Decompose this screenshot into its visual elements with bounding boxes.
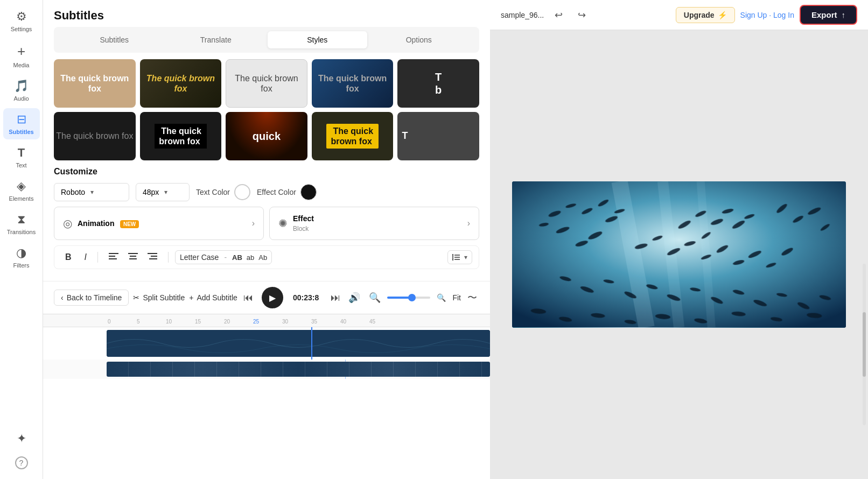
style-card-warm[interactable]: The quick brown fox [54,59,136,108]
format-row: B I Letter Case - AB ab Ab [54,245,479,269]
header-right: Upgrade ⚡ Sign Up · Log In Export ↑ [676,5,857,25]
style-card-partial-right[interactable]: T [397,112,479,160]
back-label: Back to Timeline [67,293,122,302]
style-card-black-box[interactable]: The quickbrown fox [140,112,222,160]
ruler-marks: 0 5 10 15 20 25 30 35 40 45 [107,319,490,325]
upgrade-label: Upgrade [684,11,715,19]
time-display: 00:23:8 [290,293,322,302]
video-background [512,181,846,327]
waveform-button[interactable]: 〜 [465,289,479,306]
font-chevron-icon: ▾ [90,188,94,196]
style-card-light[interactable]: The quick brown fox [226,59,307,108]
text-color-label: Text Color [196,188,230,196]
sidebar-subtitles-label: Subtitles [9,129,33,135]
undo-button[interactable]: ↩ [550,7,567,23]
back-to-timeline-button[interactable]: ‹ Back to Timeline [54,290,129,306]
font-selector[interactable]: Roboto ▾ [54,183,129,201]
zoom-out-button[interactable]: 🔍 [367,290,383,306]
add-icon: + [189,293,193,302]
size-selector[interactable]: 48px ▾ [136,183,190,201]
align-buttons [104,250,162,264]
line-height-icon [452,253,462,262]
timeline-bottom-track [43,360,490,379]
customize-controls-row: Roboto ▾ 48px ▾ Text Color Effect Color [54,183,479,201]
animation-card[interactable]: ◎ Animation NEW › [54,207,264,240]
tab-subtitles[interactable]: Subtitles [65,31,164,48]
tab-styles[interactable]: Styles [268,31,367,48]
volume-button[interactable]: 🔊 [346,290,362,306]
align-left-button[interactable] [104,250,123,264]
style-card-dark-transparent[interactable]: The quick brown fox [54,112,136,160]
align-right-button[interactable] [143,250,162,264]
sidebar-item-wand[interactable]: ✦ [3,427,40,450]
add-subtitle-button[interactable]: + Add Subtitle [189,293,237,302]
animation-new-badge: NEW [120,220,139,228]
style-card-dark-partial[interactable]: Tb [397,59,479,108]
signup-link[interactable]: Sign Up [740,11,767,19]
italic-button[interactable]: I [80,250,91,264]
track-clip[interactable] [107,330,490,357]
effect-color-swatch[interactable] [300,184,317,200]
align-center-button[interactable] [124,250,142,264]
redo-button[interactable]: ↪ [573,7,590,23]
style-card-yellow-box[interactable]: The quickbrown fox [312,112,394,160]
add-label: Add Subtitle [197,293,237,302]
playhead-triangle [308,327,316,328]
sidebar-item-transitions[interactable]: ⧗ Transitions [3,208,40,240]
filters-icon: ◑ [16,246,26,260]
style-card-fire[interactable]: quick [226,112,307,160]
fast-forward-button[interactable]: ⏭ [328,290,342,306]
sidebar-item-subtitles[interactable]: ⊟ Subtitles [3,108,40,139]
ruler-mark-0: 0 [107,319,136,325]
zoom-in-button[interactable]: 🔍 [435,291,448,304]
rewind-button[interactable]: ⏮ [241,290,255,306]
split-label: Split Subtitle [143,293,185,302]
sidebar-item-media[interactable]: + Media [3,39,40,73]
fit-label[interactable]: Fit [452,293,461,302]
sidebar-item-help[interactable]: ? [3,452,40,474]
upgrade-button[interactable]: Upgrade ⚡ [676,7,735,23]
effect-color-item: Effect Color [257,184,317,200]
sidebar-item-text[interactable]: T Text [3,142,40,173]
style-card-fire-text: quick [250,128,283,145]
sidebar-item-elements[interactable]: ◈ Elements [3,175,40,206]
zoom-slider[interactable] [387,297,430,299]
right-panel-scrollbar[interactable] [863,264,866,425]
text-color-swatch[interactable] [234,184,250,200]
sidebar-item-settings[interactable]: ⚙ Settings [3,5,40,37]
customize-section: Customize Roboto ▾ 48px ▾ Text Color Eff… [43,160,490,281]
style-card-dark-nature[interactable]: The quick brown fox [140,59,222,108]
letter-case-selector[interactable]: Letter Case - AB ab Ab [175,250,272,264]
sidebar-filters-label: Filters [13,262,30,269]
track-clip-visual [107,330,490,357]
effect-color-label: Effect Color [257,188,296,196]
letter-case-ab-lower: ab [247,253,254,262]
transport-right-controls: 🔊 🔍 🔍 Fit 〜 [346,289,479,306]
playhead[interactable] [311,327,312,360]
export-button[interactable]: Export ↑ [800,5,857,25]
line-height-button[interactable]: ▾ [447,250,472,264]
style-card-partial-right-text: T [400,128,410,144]
style-card-warm-text: The quick brown fox [54,71,136,96]
play-button[interactable]: ▶ [262,287,283,308]
sidebar-item-filters[interactable]: ◑ Filters [3,242,40,273]
export-label: Export [811,10,837,19]
bottom-left-controls: ‹ Back to Timeline ✂ Split Subtitle + Ad… [54,290,237,306]
elements-icon: ◈ [17,179,26,193]
login-link[interactable]: Log In [773,11,794,19]
ruler-mark-20: 20 [223,319,252,325]
effect-card[interactable]: ✺ Effect Block › [269,207,479,240]
bold-button[interactable]: B [61,250,76,264]
sidebar-item-audio[interactable]: 🎵 Audio [3,75,40,106]
file-name: sample_96... [501,11,544,19]
sidebar-settings-label: Settings [11,26,32,32]
bottom-toolbar: ‹ Back to Timeline ✂ Split Subtitle + Ad… [43,281,490,314]
wand-icon: ✦ [17,432,26,446]
style-card-dark-blue[interactable]: The quick brown fox [312,59,394,108]
header-left: sample_96... ↩ ↪ [501,7,590,23]
tab-translate[interactable]: Translate [166,31,266,48]
style-card-black-box-text: The quickbrown fox [159,124,202,148]
tab-options[interactable]: Options [369,31,469,48]
split-subtitle-button[interactable]: ✂ Split Subtitle [133,293,185,302]
video-scene-svg [512,181,846,327]
